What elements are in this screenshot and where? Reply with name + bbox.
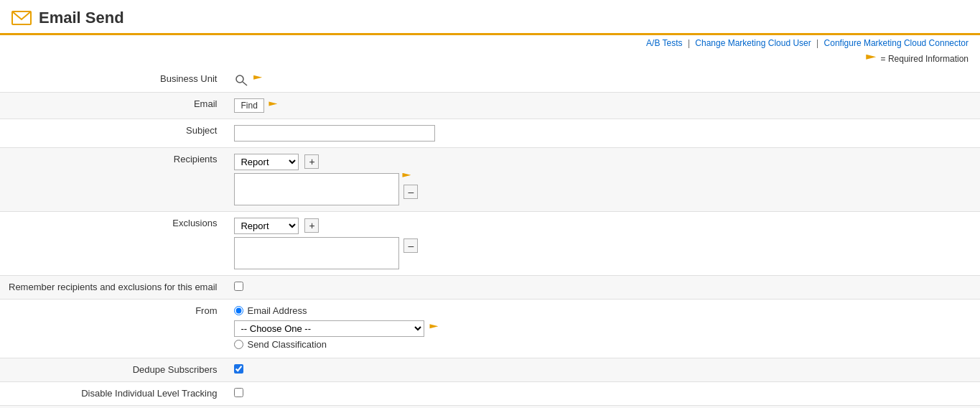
- exclusions-row: Exclusions Report List Data Extension + …: [0, 211, 980, 275]
- send-date-field: Immediately Schedule Future Send: [225, 405, 980, 408]
- email-label: Email: [0, 92, 225, 119]
- email-row: Email Find: [0, 92, 980, 119]
- email-icon: [11, 11, 32, 25]
- page-title: Email Send: [39, 9, 124, 27]
- recipients-flag: [402, 173, 411, 182]
- ab-tests-link[interactable]: A/B Tests: [646, 38, 682, 48]
- dedupe-checkbox[interactable]: [234, 364, 243, 374]
- exclusions-list-area[interactable]: [234, 237, 399, 269]
- subject-label: Subject: [0, 119, 225, 147]
- recipients-row: Recipients Report List Data Extension + …: [0, 147, 980, 211]
- remember-field: [225, 275, 980, 299]
- dedupe-field: [225, 358, 980, 381]
- recipients-remove-button[interactable]: –: [403, 185, 418, 199]
- business-unit-flag: [253, 75, 262, 84]
- exclusions-remove-button[interactable]: –: [403, 238, 418, 253]
- required-info-text: = Required Information: [881, 54, 969, 64]
- from-flag: [429, 324, 438, 333]
- find-button[interactable]: Find: [234, 98, 263, 113]
- send-date-row: Send Date and Time Immediately Schedule …: [0, 405, 980, 408]
- business-unit-row: Business Unit: [0, 68, 980, 93]
- recipients-field: Report List Data Extension + –: [225, 147, 980, 211]
- email-field: Find: [225, 92, 980, 119]
- exclusions-select[interactable]: Report List Data Extension: [234, 218, 299, 234]
- subject-field: [225, 119, 980, 147]
- send-date-label: Send Date and Time: [0, 405, 225, 408]
- remember-row: Remember recipients and exclusions for t…: [0, 275, 980, 299]
- subject-row: Subject: [0, 119, 980, 147]
- exclusions-label: Exclusions: [0, 211, 225, 275]
- business-unit-field: [225, 68, 980, 93]
- dedupe-label: Dedupe Subscribers: [0, 358, 225, 381]
- dedupe-row: Dedupe Subscribers: [0, 358, 980, 381]
- from-choose-one-select[interactable]: -- Choose One --: [234, 320, 424, 337]
- business-unit-label: Business Unit: [0, 68, 225, 93]
- recipients-select[interactable]: Report List Data Extension: [234, 154, 299, 170]
- tracking-label: Disable Individual Level Tracking: [0, 381, 225, 405]
- from-label: From: [0, 299, 225, 358]
- exclusions-add-button[interactable]: +: [304, 218, 319, 233]
- remember-label: Remember recipients and exclusions for t…: [0, 275, 225, 299]
- tracking-field: [225, 381, 980, 405]
- svg-line-2: [243, 82, 247, 85]
- recipients-add-button[interactable]: +: [304, 154, 319, 169]
- change-user-link[interactable]: Change Marketing Cloud User: [695, 38, 811, 48]
- from-field: Email Address -- Choose One -- Send Clas…: [225, 299, 980, 358]
- top-links-bar: A/B Tests | Change Marketing Cloud User …: [0, 35, 980, 51]
- email-flag: [269, 101, 277, 110]
- recipients-list-area[interactable]: [234, 173, 399, 205]
- exclusions-field: Report List Data Extension + –: [225, 211, 980, 275]
- recipients-label: Recipients: [0, 147, 225, 211]
- separator-1: |: [688, 38, 692, 48]
- from-row: From Email Address -- Choose One --: [0, 299, 980, 358]
- tracking-row: Disable Individual Level Tracking: [0, 381, 980, 405]
- subject-input[interactable]: [234, 125, 435, 142]
- required-flag-icon: [866, 55, 876, 65]
- remember-checkbox[interactable]: [234, 282, 243, 291]
- required-info-bar: = Required Information: [0, 51, 980, 68]
- separator-2: |: [816, 38, 821, 48]
- from-email-radio-label: Email Address: [247, 305, 307, 316]
- from-send-classification-label: Send Classification: [247, 339, 327, 350]
- tracking-checkbox[interactable]: [234, 388, 243, 397]
- main-form: Business Unit Email Find Subject: [0, 68, 980, 408]
- search-icon[interactable]: [234, 73, 248, 86]
- configure-connector-link[interactable]: Configure Marketing Cloud Connector: [824, 38, 969, 48]
- svg-point-1: [236, 75, 243, 83]
- from-email-radio[interactable]: [234, 306, 243, 315]
- from-send-classification-radio[interactable]: [234, 340, 243, 349]
